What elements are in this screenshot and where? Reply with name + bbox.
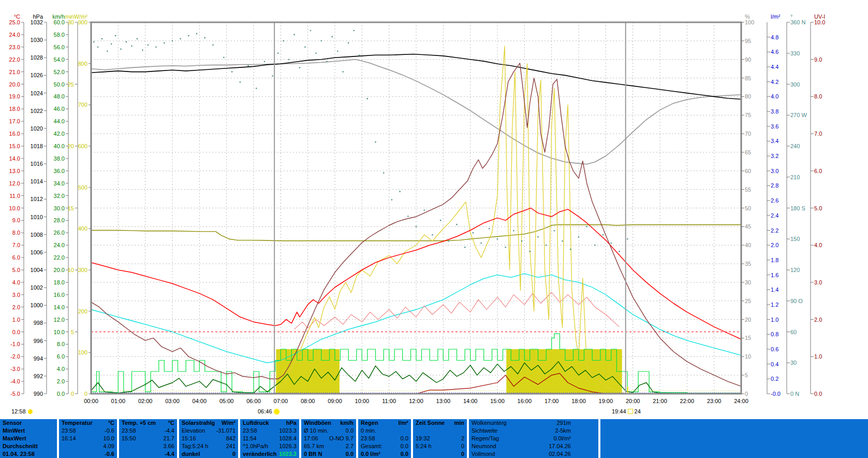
svg-text:1000: 1000 xyxy=(31,302,43,308)
svg-text:180 S: 180 S xyxy=(790,205,805,211)
svg-text:10: 10 xyxy=(68,267,74,273)
table-cell-value: 0.0l/m² xyxy=(553,435,596,442)
svg-text:900: 900 xyxy=(78,19,87,25)
svg-text:4.0: 4.0 xyxy=(12,279,20,285)
svg-text:40.0: 40.0 xyxy=(54,143,65,149)
weather-station-window: Mittwoch, 01.04.2026 Auf einen Blick ...… xyxy=(0,0,868,458)
svg-text:15: 15 xyxy=(745,335,751,341)
table-column-0: SensorMinWertMaxWertDurchschnitt01.04. 2… xyxy=(0,419,57,458)
table-cell-value: 0 xyxy=(232,450,236,458)
table-cell-label: 23:58 xyxy=(62,427,76,435)
svg-text:1028: 1028 xyxy=(31,54,43,61)
svg-text:90 O: 90 O xyxy=(790,298,803,304)
svg-text:15:00: 15:00 xyxy=(490,398,505,404)
svg-text:34.0: 34.0 xyxy=(54,180,65,187)
svg-text:0.8: 0.8 xyxy=(771,331,778,337)
svg-text:15: 15 xyxy=(68,205,74,211)
svg-text:8.0: 8.0 xyxy=(57,341,65,347)
svg-text:11.0: 11.0 xyxy=(9,193,20,199)
svg-text:200: 200 xyxy=(78,308,87,314)
svg-text:-2.0: -2.0 xyxy=(10,353,20,360)
table-cell-label: Ø 10 min. xyxy=(304,427,329,435)
table-column-8: Wolkenunterg291mSichtweite2-5kmRegen/Tag… xyxy=(469,419,598,458)
table-cell-value: 0 xyxy=(461,450,464,458)
table-column-5: Windböenkm/hØ 10 min.0.017:06O-NO 9.765.… xyxy=(301,419,356,458)
svg-text:2.0: 2.0 xyxy=(814,317,822,323)
table-row: Regen/Tag0.0l/m² xyxy=(469,435,598,442)
svg-text:0: 0 xyxy=(745,391,748,397)
svg-text:50: 50 xyxy=(745,205,751,211)
svg-text:80: 80 xyxy=(745,93,751,99)
svg-text:10:00: 10:00 xyxy=(355,398,370,404)
svg-text:6.0: 6.0 xyxy=(57,353,65,360)
svg-text:300: 300 xyxy=(790,81,800,88)
axis-unit-temp: °C xyxy=(14,13,20,20)
table-row: 3.66 xyxy=(119,442,177,450)
svg-text:36.0: 36.0 xyxy=(54,168,65,174)
svg-text:10.0: 10.0 xyxy=(814,19,825,25)
table-cell-value: O-NO 9.7 xyxy=(329,435,354,442)
table-cell-value: °C xyxy=(168,419,174,427)
table-row: 0.0 l/m²0.0 xyxy=(358,450,411,458)
svg-text:4.6: 4.6 xyxy=(771,49,778,55)
sunrise-time: 06:46 xyxy=(258,408,279,414)
moon-time-label: 12:58 xyxy=(11,408,26,414)
table-row: 19:322 xyxy=(413,435,467,442)
table-row: 23:581023.3 xyxy=(240,427,299,435)
table-row: 15:16842 xyxy=(179,435,238,442)
svg-text:1024: 1024 xyxy=(31,90,43,96)
svg-text:4.0: 4.0 xyxy=(771,93,778,99)
table-row: dunkel0 xyxy=(179,450,238,458)
svg-text:10.0: 10.0 xyxy=(9,205,20,211)
table-cell-value: 2 xyxy=(461,435,464,442)
svg-text:1022: 1022 xyxy=(31,108,43,114)
svg-text:14.0: 14.0 xyxy=(9,155,20,162)
svg-text:60: 60 xyxy=(790,329,797,335)
table-cell-label: 15:50 xyxy=(122,435,136,442)
svg-text:2.0: 2.0 xyxy=(57,378,65,384)
svg-text:25.0: 25.0 xyxy=(9,19,20,25)
svg-text:1.4: 1.4 xyxy=(771,287,778,293)
svg-text:45: 45 xyxy=(745,223,751,230)
svg-text:3.2: 3.2 xyxy=(771,153,778,159)
svg-text:996: 996 xyxy=(34,338,43,344)
table-cell-value: 1023.3 xyxy=(279,427,297,435)
svg-text:55: 55 xyxy=(745,187,751,193)
svg-text:01:00: 01:00 xyxy=(111,398,126,404)
svg-text:0: 0 xyxy=(84,391,87,397)
svg-text:20: 20 xyxy=(68,143,74,149)
svg-text:0.0: 0.0 xyxy=(57,391,65,397)
table-cell-label: Sichtweite xyxy=(472,427,497,435)
svg-text:8.0: 8.0 xyxy=(12,230,20,236)
svg-text:360 N: 360 N xyxy=(790,19,805,25)
table-cell-label: 23:58 xyxy=(243,427,257,435)
svg-text:0.6: 0.6 xyxy=(771,346,778,352)
svg-text:1010: 1010 xyxy=(31,214,43,220)
svg-text:13.0: 13.0 xyxy=(9,168,20,174)
table-column-3: SolarstrahlgW/m²Elevation-31.07115:16842… xyxy=(179,419,238,458)
table-row: Gesamt:0.0 xyxy=(358,442,411,450)
table-cell-label: Tag:5:24 h xyxy=(182,442,208,450)
sun-times-row: 12:58 06:46 19:44 24 xyxy=(0,407,868,419)
table-cell-value: 2-5km xyxy=(555,427,596,435)
svg-text:24:00: 24:00 xyxy=(734,398,748,404)
table-column-2: Temp. +5 cm°C23:58-4.415:5021.73.66-4.4 xyxy=(119,419,177,458)
table-cell-value: 17.04.26 xyxy=(549,442,596,450)
table-cell-label: dunkel xyxy=(182,450,200,458)
table-row: 16:1410.0 xyxy=(59,435,117,442)
svg-text:20.0: 20.0 xyxy=(54,267,65,273)
svg-text:4.8: 4.8 xyxy=(771,34,778,40)
table-row xyxy=(413,427,467,435)
svg-text:1002: 1002 xyxy=(31,284,43,291)
table-row: Tag:5:24 h241 xyxy=(179,442,238,450)
svg-text:13:00: 13:00 xyxy=(436,398,451,404)
svg-text:120: 120 xyxy=(790,267,800,273)
svg-text:992: 992 xyxy=(34,373,43,379)
table-cell-value: 2.7 xyxy=(346,442,354,450)
svg-text:50.0: 50.0 xyxy=(54,81,65,88)
svg-text:1026: 1026 xyxy=(31,72,43,78)
table-cell-label: 0 min. xyxy=(361,427,376,435)
table-row: Neumond17.04.26 xyxy=(469,442,598,450)
svg-text:02:00: 02:00 xyxy=(138,398,153,404)
svg-text:20: 20 xyxy=(745,317,751,323)
